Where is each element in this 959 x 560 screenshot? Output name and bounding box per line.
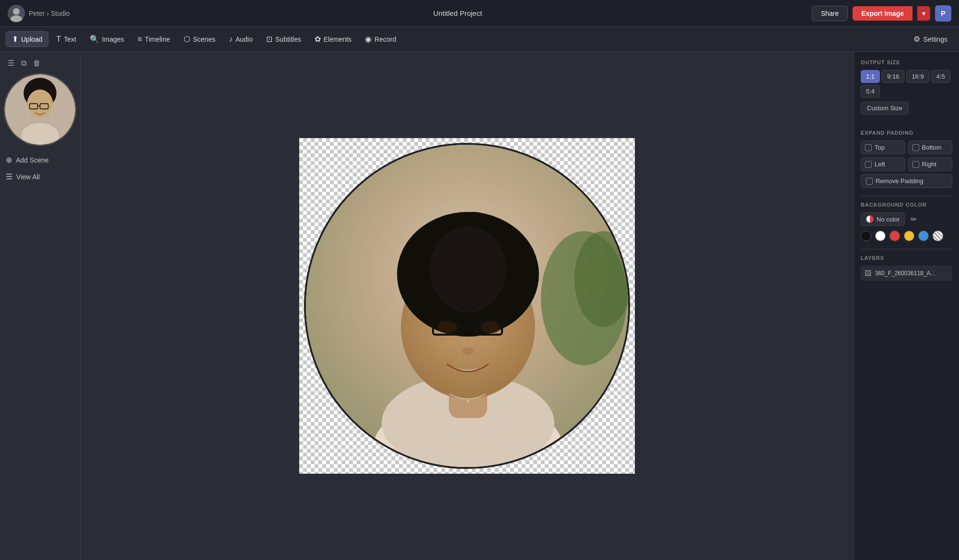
expand-padding-section: EXPAND PADDING Top Bottom Left Right (861, 130, 952, 188)
layers-title: LAYERS (861, 255, 952, 261)
subtitles-icon: ⊡ (266, 35, 272, 44)
svg-point-21 (430, 226, 506, 313)
expand-left-icon (865, 161, 872, 168)
layers-section: LAYERS 🖼 360_F_260036118_A... (861, 255, 952, 281)
swatch-striped[interactable] (933, 231, 943, 241)
expand-top-icon (865, 144, 872, 151)
audio-icon: ♪ (229, 35, 233, 44)
svg-point-22 (438, 321, 457, 333)
toolbar-settings: ⚙ Settings (908, 32, 953, 47)
circle-mask[interactable] (304, 143, 630, 469)
no-color-button[interactable]: No color (861, 212, 905, 226)
eyedropper-icon: ✏ (911, 215, 917, 223)
remove-padding-button[interactable]: Remove Padding (861, 174, 952, 188)
timeline-label: Timeline (145, 35, 170, 43)
toolbar: ⬆ Upload T Text 🔍 Images ≡ Timeline ⬡ Sc… (0, 27, 959, 52)
svg-point-28 (467, 400, 469, 403)
remove-padding-label: Remove Padding (876, 177, 924, 185)
upload-button[interactable]: ⬆ Upload (6, 31, 48, 47)
no-color-icon (866, 215, 874, 223)
audio-button[interactable]: ♪ Audio (223, 32, 258, 47)
text-icon: T (56, 35, 61, 44)
expand-left-button[interactable]: Left (861, 157, 905, 171)
divider-1 (861, 196, 952, 196)
scene-copy-button[interactable]: ⧉ (19, 58, 28, 69)
layer-image-icon: 🖼 (865, 269, 871, 277)
layer-item-label: 360_F_260036118_A... (875, 270, 935, 277)
settings-button[interactable]: ⚙ Settings (908, 32, 953, 47)
elements-label: Elements (324, 35, 351, 43)
breadcrumb-separator: › (47, 10, 49, 17)
topbar-center: Untitled Project (109, 9, 806, 17)
view-all-button[interactable]: ☰ View All (4, 168, 76, 185)
topbar-left: Peter › Studio (8, 5, 104, 22)
timeline-button[interactable]: ≡ Timeline (132, 32, 176, 47)
images-button[interactable]: 🔍 Images (84, 32, 130, 47)
expand-right-label: Right (922, 161, 936, 168)
share-button[interactable]: Share (812, 6, 848, 21)
elements-icon: ✿ (315, 35, 321, 44)
topbar-right: Share Export Image ▾ P (812, 5, 951, 22)
scene-controls: ☰ ⧉ 🗑 (4, 58, 76, 69)
breadcrumb-studio[interactable]: Studio (51, 10, 70, 17)
output-size-buttons: 1:1 9:16 16:9 4:5 5:4 (861, 70, 952, 98)
breadcrumb: Peter › Studio (29, 10, 70, 17)
swatch-red[interactable] (889, 231, 900, 241)
size-btn-9-16[interactable]: 9:16 (882, 70, 904, 83)
scenes-label: Scenes (193, 35, 216, 43)
right-panel: OUTPUT SIZE 1:1 9:16 16:9 4:5 5:4 Custom… (854, 52, 959, 560)
expand-bottom-label: Bottom (922, 144, 942, 151)
export-button[interactable]: Export Image (853, 6, 912, 21)
output-size-section: OUTPUT SIZE 1:1 9:16 16:9 4:5 5:4 Custom… (861, 59, 952, 122)
canvas-area (81, 52, 854, 560)
swatch-white[interactable] (875, 231, 886, 241)
add-scene-button[interactable]: ⊕ Add Scene (4, 152, 76, 168)
expand-padding-grid: Top Bottom Left Right (861, 140, 952, 171)
images-label: Images (102, 35, 124, 43)
topbar: Peter › Studio Untitled Project Share Ex… (0, 0, 959, 27)
subtitles-button[interactable]: ⊡ Subtitles (260, 32, 307, 47)
size-btn-4-5[interactable]: 4:5 (931, 70, 950, 83)
swatch-black[interactable] (861, 231, 871, 241)
user-avatar-icon[interactable] (8, 5, 25, 22)
settings-label: Settings (923, 35, 947, 43)
size-btn-1-1[interactable]: 1:1 (861, 70, 880, 83)
breadcrumb-user[interactable]: Peter (29, 10, 45, 17)
swatch-yellow[interactable] (904, 231, 914, 241)
scene-delete-button[interactable]: 🗑 (31, 58, 43, 69)
color-swatches (861, 231, 952, 241)
view-all-icon: ☰ (6, 172, 12, 181)
svg-point-12 (574, 231, 630, 327)
layer-item[interactable]: 🖼 360_F_260036118_A... (861, 266, 952, 281)
bg-color-title: BACKGROUND COLOR (861, 202, 952, 208)
expand-top-label: Top (875, 144, 885, 151)
eyedropper-button[interactable]: ✏ (909, 213, 919, 226)
size-btn-5-4[interactable]: 5:4 (861, 85, 880, 98)
scene-align-button[interactable]: ☰ (6, 58, 16, 69)
canvas-image-container (299, 138, 635, 474)
elements-button[interactable]: ✿ Elements (309, 32, 357, 47)
svg-point-1 (13, 8, 20, 15)
scenes-button[interactable]: ⬡ Scenes (178, 32, 222, 47)
expand-right-button[interactable]: Right (908, 157, 953, 171)
size-btn-16-9[interactable]: 16:9 (906, 70, 929, 83)
text-button[interactable]: T Text (50, 32, 82, 47)
expand-top-button[interactable]: Top (861, 140, 905, 154)
export-caret-button[interactable]: ▾ (917, 6, 930, 21)
remove-padding-icon (866, 178, 873, 185)
text-label: Text (64, 35, 76, 43)
expand-padding-title: EXPAND PADDING (861, 130, 952, 136)
scenes-icon: ⬡ (184, 35, 190, 44)
expand-right-icon (912, 161, 919, 168)
record-button[interactable]: ◉ Record (359, 32, 402, 47)
project-title[interactable]: Untitled Project (433, 9, 482, 17)
view-all-label: View All (16, 173, 40, 181)
custom-size-button[interactable]: Custom Size (861, 102, 909, 115)
expand-bottom-button[interactable]: Bottom (908, 140, 953, 154)
user-initial-avatar[interactable]: P (935, 5, 951, 22)
main-layout: ☰ ⧉ 🗑 (0, 52, 959, 560)
expand-left-label: Left (875, 161, 885, 168)
subtitles-label: Subtitles (275, 35, 301, 43)
swatch-blue[interactable] (918, 231, 929, 241)
scene-thumbnail[interactable] (4, 73, 76, 146)
